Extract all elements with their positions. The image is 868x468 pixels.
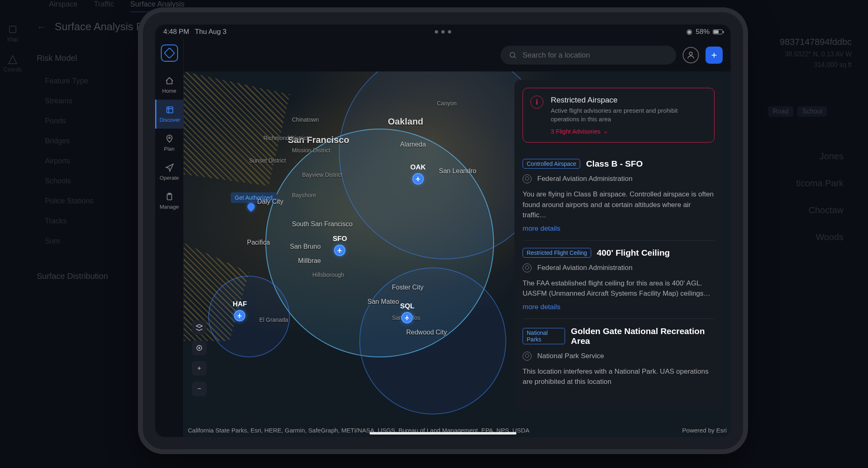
airport-icon bbox=[412, 173, 424, 185]
city-label: Hillsborough bbox=[312, 272, 344, 278]
airport-code: OAK bbox=[410, 163, 426, 172]
rail-item-manage[interactable]: Manage bbox=[155, 187, 184, 216]
app-logo[interactable] bbox=[161, 45, 178, 62]
alert-description: Active flight advisories are present and… bbox=[551, 106, 707, 123]
profile-button[interactable] bbox=[683, 47, 699, 63]
more-details-link[interactable]: more details bbox=[523, 303, 714, 311]
svg-marker-7 bbox=[196, 325, 203, 328]
section-tag: Controlled Airspace bbox=[523, 159, 580, 169]
airspace-section: National ParksGolden Gate National Recre… bbox=[523, 319, 714, 399]
section-text: The FAA established flight ceiling for t… bbox=[523, 278, 714, 299]
back-arrow-icon: ← bbox=[37, 21, 47, 33]
authority-name: National Park Service bbox=[537, 352, 604, 360]
search-box[interactable] bbox=[501, 46, 676, 65]
city-label: Bayview District bbox=[302, 172, 343, 178]
tablet-device-frame: 4:48 PM Thu Aug 3 ◉ 58% HomeDiscoverPlan… bbox=[143, 12, 743, 449]
rail-item-discover[interactable]: Discover bbox=[155, 100, 184, 129]
section-title: Golden Gate National Recreation Area bbox=[571, 326, 714, 346]
city-label: Daly City bbox=[257, 198, 283, 205]
bg-meta-area: 314,000 sq ft bbox=[780, 60, 852, 70]
svg-point-5 bbox=[510, 52, 515, 57]
add-button[interactable]: + bbox=[706, 47, 723, 64]
airspace-section: Restricted Flight Ceiling400' Flight Cei… bbox=[523, 241, 714, 319]
wifi-icon: ◉ bbox=[686, 27, 692, 36]
rail-label: Home bbox=[162, 88, 176, 94]
bg-rail-map: Map bbox=[7, 25, 18, 42]
airport-marker-sql[interactable]: SQL bbox=[400, 302, 414, 323]
airport-marker-oak[interactable]: OAK bbox=[410, 163, 426, 185]
city-label: San Mateo bbox=[367, 298, 399, 305]
attribution-right: Powered by Esri bbox=[682, 427, 727, 434]
map-icon bbox=[165, 105, 174, 114]
locate-button[interactable] bbox=[192, 341, 207, 355]
authority-icon bbox=[523, 352, 532, 361]
rail-item-operate[interactable]: Operate bbox=[155, 158, 184, 187]
city-label: San Bruno bbox=[290, 243, 321, 250]
authority-icon bbox=[523, 174, 532, 183]
bg-rail-coords: Coords bbox=[3, 55, 22, 73]
layers-button[interactable] bbox=[192, 320, 207, 335]
authority-name: Federal Aviation Administration bbox=[537, 264, 632, 272]
authority-row: National Park Service bbox=[523, 352, 714, 361]
section-text: This location interferes with a National… bbox=[523, 366, 714, 387]
rail-item-plan[interactable]: Plan bbox=[155, 129, 184, 158]
user-icon bbox=[686, 51, 695, 60]
flight-advisories-link[interactable]: 3 Flight Advisories⌄ bbox=[551, 127, 707, 135]
city-label: Oakland bbox=[388, 116, 423, 127]
authority-icon bbox=[523, 263, 532, 272]
info-panel: Restricted Airspace Active flight adviso… bbox=[514, 80, 723, 412]
city-label: Richmond District bbox=[263, 135, 308, 141]
bg-nav-item: Traffic bbox=[94, 0, 114, 12]
rail-label: Plan bbox=[164, 146, 174, 152]
bg-map-labels: Jones ticoma Park Choctaw Woods bbox=[796, 143, 844, 251]
svg-rect-1 bbox=[167, 107, 173, 113]
airport-marker-sfo[interactable]: SFO bbox=[333, 235, 347, 256]
section-text: You are flying in Class B airspace. Cont… bbox=[523, 189, 714, 221]
chevron-down-icon: ⌄ bbox=[603, 127, 608, 135]
airspace-circle-sql bbox=[359, 267, 506, 415]
rail-item-home[interactable]: Home bbox=[155, 71, 184, 100]
airport-icon bbox=[401, 312, 413, 323]
search-icon bbox=[509, 51, 517, 59]
airport-code: SFO bbox=[333, 235, 347, 243]
airspace-section: Controlled AirspaceClass B - SFOFederal … bbox=[523, 152, 714, 241]
bg-chips: Road School bbox=[768, 106, 827, 117]
svg-point-9 bbox=[199, 348, 200, 349]
home-indicator[interactable] bbox=[369, 432, 516, 435]
alert-title: Restricted Airspace bbox=[551, 96, 707, 105]
city-label: Mission District bbox=[292, 147, 330, 154]
authority-row: Federal Aviation Administration bbox=[523, 174, 714, 183]
svg-rect-0 bbox=[9, 26, 16, 33]
bg-top-nav: Airspace Traffic Surface Analysis bbox=[0, 0, 868, 12]
airport-marker-haf[interactable]: HAF bbox=[233, 300, 247, 321]
zoom-out-button[interactable]: − bbox=[192, 381, 207, 396]
airport-code: SQL bbox=[400, 302, 414, 310]
more-details-link[interactable]: more details bbox=[523, 225, 714, 233]
city-label: Redwood City bbox=[406, 329, 447, 336]
multitask-dots bbox=[435, 30, 451, 33]
city-label: Chinatown bbox=[292, 116, 319, 123]
top-bar: + bbox=[184, 39, 731, 71]
svg-point-2 bbox=[169, 137, 170, 138]
city-label: Bayshore bbox=[292, 192, 316, 198]
bg-chip: School bbox=[797, 106, 827, 117]
bg-chip: Road bbox=[768, 106, 793, 117]
clipboard-icon bbox=[165, 192, 174, 201]
city-label: El Granada bbox=[259, 316, 288, 323]
search-input[interactable] bbox=[523, 51, 668, 60]
alert-icon bbox=[530, 96, 543, 109]
restricted-airspace-alert: Restricted Airspace Active flight adviso… bbox=[523, 88, 714, 143]
main-area: + Get Authorized OaklandSan FranciscoChi… bbox=[184, 39, 731, 437]
map-tools: + − bbox=[192, 320, 207, 396]
authority-name: Federal Aviation Administration bbox=[537, 175, 632, 183]
city-label: San Leandro bbox=[439, 167, 476, 175]
section-title: Class B - SFO bbox=[586, 159, 643, 169]
nav-icon bbox=[165, 163, 174, 172]
svg-point-6 bbox=[689, 52, 692, 55]
airport-icon bbox=[234, 310, 245, 321]
app-body: HomeDiscoverPlanOperateManage + bbox=[155, 39, 731, 437]
map-viewport[interactable]: Get Authorized OaklandSan FranciscoChina… bbox=[184, 71, 731, 437]
city-label: Alameda bbox=[400, 141, 426, 148]
section-tag: National Parks bbox=[523, 328, 565, 344]
zoom-in-button[interactable]: + bbox=[192, 361, 207, 376]
